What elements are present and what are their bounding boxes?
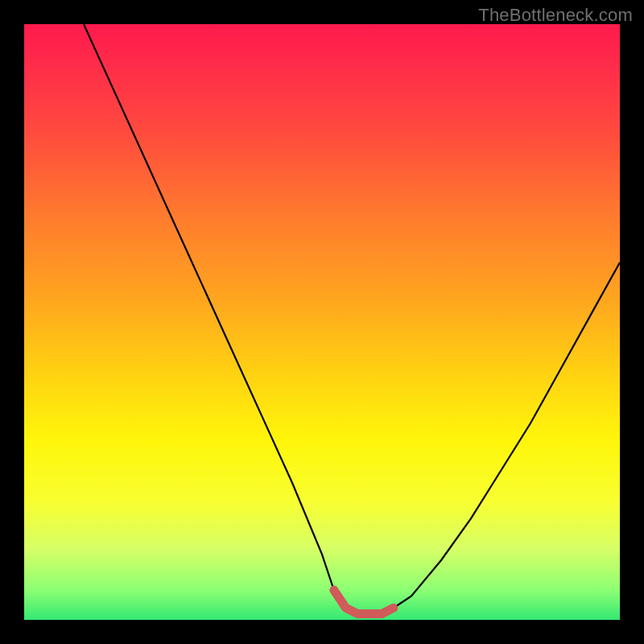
bottleneck-curve bbox=[84, 24, 620, 614]
curve-svg bbox=[24, 24, 620, 620]
plot-area bbox=[24, 24, 620, 620]
chart-frame: TheBottleneck.com bbox=[0, 0, 644, 644]
optimal-zone-marker bbox=[334, 590, 394, 614]
watermark-text: TheBottleneck.com bbox=[478, 5, 633, 26]
